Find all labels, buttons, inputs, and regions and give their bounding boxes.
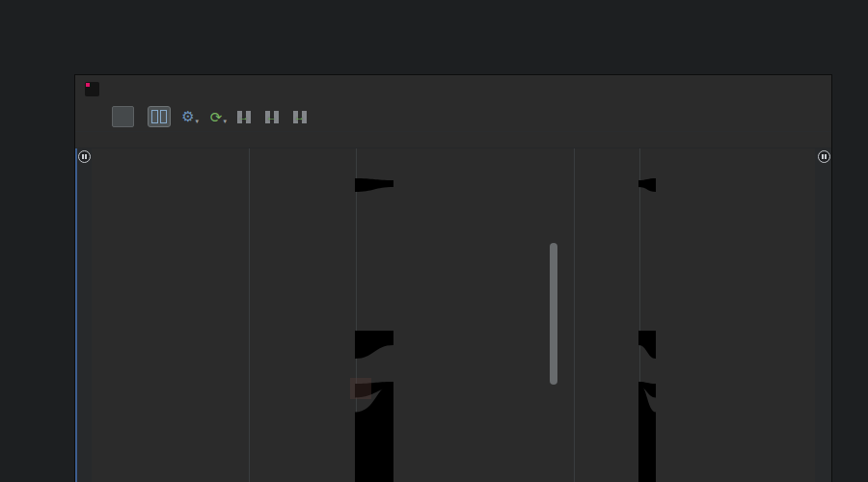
window-titlebar xyxy=(75,75,831,102)
result-editor[interactable] xyxy=(393,148,574,482)
side-by-side-viewer-toggle-icon[interactable] xyxy=(148,106,171,127)
apply-all-non-conflicting-icon[interactable]: ⟳▾ xyxy=(205,107,227,126)
local-changes-editor[interactable] xyxy=(90,148,249,482)
resolve-conflict-wand-icon[interactable] xyxy=(350,378,371,399)
pause-highlighting-icon-left[interactable] xyxy=(78,150,91,163)
left-merge-gutter xyxy=(249,148,357,482)
right-scroll-marker-strip[interactable] xyxy=(815,148,831,482)
right-connector-zone xyxy=(638,148,656,482)
server-changes-editor[interactable] xyxy=(656,148,815,482)
right-merge-gutter xyxy=(574,148,640,482)
result-scrollbar-thumb[interactable] xyxy=(550,243,557,385)
highlight-mode-dropdown[interactable] xyxy=(112,106,134,127)
pause-highlighting-icon-right[interactable] xyxy=(818,150,830,163)
merge-toolbar: ⚙▾ ⟳▾ → ← ↔ xyxy=(75,102,831,132)
apply-non-conflicting-left-icon[interactable]: → xyxy=(233,107,255,126)
toolbar-icon-group: ⚙▾ ⟳▾ → ← ↔ xyxy=(148,106,311,127)
pane-headers xyxy=(75,132,831,148)
apply-non-conflicting-right-icon[interactable]: ← xyxy=(261,107,283,126)
rider-app-icon xyxy=(85,82,99,96)
merge-revisions-window: ⚙▾ ⟳▾ → ← ↔ xyxy=(75,75,831,482)
settings-gear-icon[interactable]: ⚙▾ xyxy=(177,107,199,126)
merge-editor-area xyxy=(75,148,831,482)
resolve-simple-conflicts-icon[interactable]: ↔ xyxy=(289,107,311,126)
left-connector-zone xyxy=(355,148,393,482)
